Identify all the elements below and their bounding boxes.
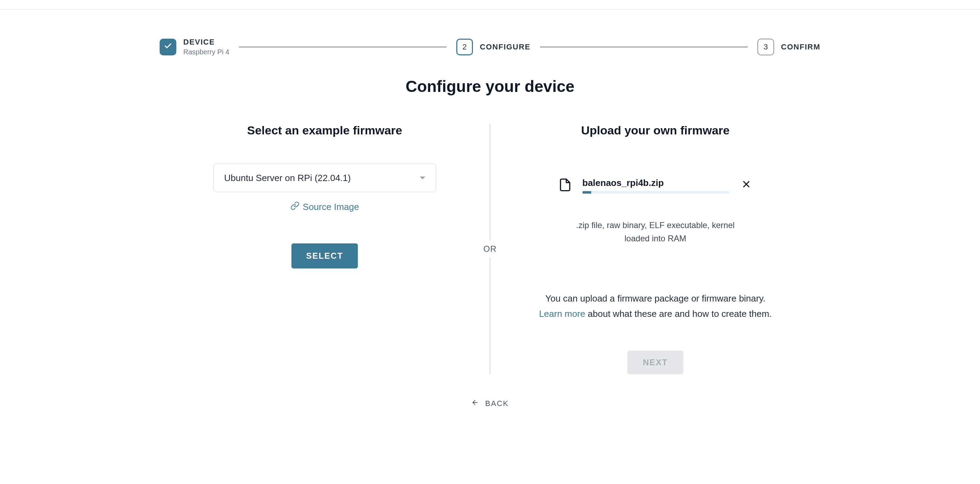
upload-filename: balenaos_rpi4b.zip bbox=[582, 177, 729, 188]
firmware-select[interactable]: Ubuntu Server on RPi (22.04.1) bbox=[213, 164, 436, 192]
back-label: BACK bbox=[485, 399, 509, 408]
source-image-link-label: Source Image bbox=[303, 201, 359, 212]
col-upload-firmware: Upload your own firmware balenaos_rpi4b.… bbox=[490, 124, 820, 374]
select-firmware-title: Select an example firmware bbox=[247, 124, 402, 137]
col-select-firmware: Select an example firmware Ubuntu Server… bbox=[160, 124, 490, 374]
learn-more-link[interactable]: Learn more bbox=[539, 308, 585, 319]
top-bar bbox=[0, 0, 980, 10]
close-icon bbox=[741, 178, 751, 192]
upload-desc-post: about what these are and how to create t… bbox=[585, 308, 772, 319]
upload-desc-pre: You can upload a firmware package or fir… bbox=[545, 293, 765, 303]
step-confirm[interactable]: 3 CONFIRM bbox=[757, 38, 820, 55]
firmware-select-wrap: Ubuntu Server on RPi (22.04.1) bbox=[213, 164, 436, 192]
upload-box: balenaos_rpi4b.zip .zip file, raw binary… bbox=[558, 177, 753, 246]
step-configure-label: CONFIGURE bbox=[480, 43, 531, 51]
step-confirm-label: CONFIRM bbox=[781, 43, 820, 51]
upload-hint: .zip file, raw binary, ELF executable, k… bbox=[569, 219, 743, 246]
page-title: Configure your device bbox=[160, 77, 820, 96]
file-icon bbox=[558, 178, 572, 193]
upload-firmware-title: Upload your own firmware bbox=[581, 124, 730, 137]
columns: Select an example firmware Ubuntu Server… bbox=[160, 124, 820, 374]
step-device-sub: Raspberry Pi 4 bbox=[183, 48, 229, 56]
caret-down-icon bbox=[420, 177, 425, 179]
select-button[interactable]: SELECT bbox=[291, 243, 358, 268]
next-button[interactable]: NEXT bbox=[627, 351, 683, 374]
step-configure-box: 2 bbox=[456, 38, 473, 55]
step-device-label-group: DEVICE Raspberry Pi 4 bbox=[183, 38, 229, 56]
check-icon bbox=[164, 42, 172, 52]
step-device-label: DEVICE bbox=[183, 38, 229, 47]
divider-label: OR bbox=[480, 241, 500, 257]
source-image-link[interactable]: Source Image bbox=[290, 201, 359, 213]
link-icon bbox=[290, 201, 299, 213]
back-row: BACK bbox=[160, 399, 820, 409]
upload-row: balenaos_rpi4b.zip bbox=[558, 177, 753, 193]
arrow-left-icon bbox=[471, 399, 479, 409]
remove-file-button[interactable] bbox=[740, 177, 753, 193]
step-confirm-box: 3 bbox=[757, 38, 774, 55]
step-device[interactable]: DEVICE Raspberry Pi 4 bbox=[160, 38, 229, 56]
upload-progress-track bbox=[582, 191, 729, 193]
stepper: DEVICE Raspberry Pi 4 2 CONFIGURE 3 CONF… bbox=[160, 38, 820, 56]
firmware-select-value: Ubuntu Server on RPi (22.04.1) bbox=[224, 173, 351, 184]
column-divider: OR bbox=[490, 124, 490, 374]
step-device-box bbox=[160, 38, 176, 55]
upload-progress-fill bbox=[582, 191, 591, 193]
step-configure[interactable]: 2 CONFIGURE bbox=[456, 38, 531, 55]
back-button[interactable]: BACK bbox=[471, 399, 509, 409]
stepper-line-1 bbox=[239, 47, 447, 47]
main-container: DEVICE Raspberry Pi 4 2 CONFIGURE 3 CONF… bbox=[146, 10, 834, 422]
upload-description: You can upload a firmware package or fir… bbox=[520, 291, 791, 321]
file-body: balenaos_rpi4b.zip bbox=[582, 177, 729, 193]
stepper-line-2 bbox=[540, 47, 748, 47]
